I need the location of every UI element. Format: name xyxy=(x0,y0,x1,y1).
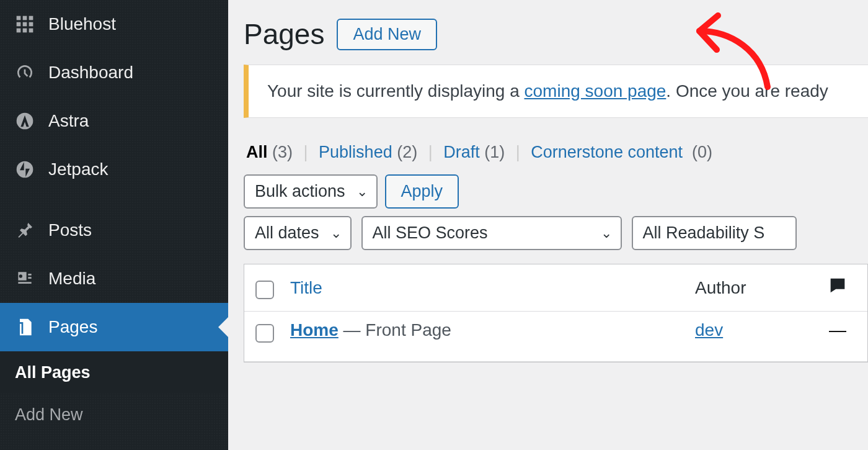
sidebar-item-label: Posts xyxy=(48,220,92,240)
svg-rect-4 xyxy=(23,22,27,27)
coming-soon-notice: Your site is currently displaying a comi… xyxy=(244,65,868,118)
sidebar-item-label: Astra xyxy=(48,111,89,131)
column-author: Author xyxy=(695,278,819,298)
sidebar-item-label: Bluehost xyxy=(48,14,116,34)
sidebar-item-bluehost[interactable]: Bluehost xyxy=(0,0,228,48)
row-comments-cell: — xyxy=(819,320,856,340)
filter-draft[interactable]: Draft xyxy=(443,143,480,161)
select-all-cell xyxy=(255,277,290,299)
sidebar-submenu-add-new[interactable]: Add New xyxy=(0,394,228,436)
page-heading-row: Pages Add New xyxy=(244,17,868,51)
sidebar-submenu-label: All Pages xyxy=(15,363,91,382)
sidebar-item-label: Jetpack xyxy=(48,160,108,179)
filter-all[interactable]: All (3) xyxy=(246,143,293,161)
page-title-link[interactable]: Home xyxy=(290,320,339,340)
row-author-cell: dev xyxy=(695,320,819,340)
seo-scores-filter-select[interactable]: All SEO Scores ⌄ xyxy=(361,216,622,250)
svg-rect-2 xyxy=(29,16,33,20)
select-all-checkbox[interactable] xyxy=(255,281,274,299)
dates-filter-select[interactable]: All dates ⌄ xyxy=(244,216,352,250)
row-title-cell: Home — Front Page xyxy=(290,320,695,340)
svg-rect-3 xyxy=(17,22,21,27)
sidebar-item-pages[interactable]: Pages xyxy=(0,303,228,351)
svg-rect-5 xyxy=(29,22,33,27)
sidebar-item-media[interactable]: Media xyxy=(0,254,228,303)
sidebar-item-astra[interactable]: Astra xyxy=(0,97,228,145)
coming-soon-link[interactable]: coming soon page xyxy=(525,81,666,101)
comment-icon xyxy=(827,281,848,300)
sidebar-item-label: Dashboard xyxy=(48,63,133,83)
readability-filter-select[interactable]: All Readability S xyxy=(632,216,797,250)
author-link[interactable]: dev xyxy=(695,320,723,340)
svg-rect-7 xyxy=(23,29,27,33)
sidebar-item-posts[interactable]: Posts xyxy=(0,206,228,254)
row-checkbox[interactable] xyxy=(255,324,274,343)
admin-sidebar: Bluehost Dashboard Astra Jetpack Posts M… xyxy=(0,0,228,450)
astra-icon xyxy=(12,111,37,131)
grid-icon xyxy=(12,14,37,34)
sidebar-spacer xyxy=(0,194,228,206)
svg-rect-8 xyxy=(29,29,33,33)
column-title[interactable]: Title xyxy=(290,278,695,298)
sidebar-item-label: Media xyxy=(48,269,95,289)
svg-rect-0 xyxy=(17,16,21,20)
pin-icon xyxy=(12,220,37,240)
filter-cornerstone[interactable]: Cornerstone content xyxy=(531,143,683,161)
post-status-filters: All (3) | Published (2) | Draft (1) | Co… xyxy=(244,143,868,162)
media-icon xyxy=(12,269,37,289)
chevron-down-icon: ⌄ xyxy=(356,184,368,200)
chevron-down-icon: ⌄ xyxy=(601,225,612,241)
bulk-action-row: Bulk actions ⌄ Apply xyxy=(244,174,868,209)
svg-point-10 xyxy=(17,161,33,178)
page-state-suffix: — Front Page xyxy=(339,320,451,340)
secondary-filters-row: All dates ⌄ All SEO Scores ⌄ All Readabi… xyxy=(244,216,868,250)
add-new-button[interactable]: Add New xyxy=(337,19,437,50)
bulk-actions-select[interactable]: Bulk actions ⌄ xyxy=(244,174,378,209)
sidebar-item-dashboard[interactable]: Dashboard xyxy=(0,48,228,97)
svg-rect-1 xyxy=(23,16,27,20)
page-title: Pages xyxy=(244,17,324,51)
sidebar-item-jetpack[interactable]: Jetpack xyxy=(0,145,228,194)
sidebar-submenu-all-pages[interactable]: All Pages xyxy=(0,351,228,394)
pages-icon xyxy=(12,317,37,337)
notice-suffix: . Once you are ready xyxy=(666,81,828,101)
notice-prefix: Your site is currently displaying a xyxy=(267,81,525,101)
apply-button[interactable]: Apply xyxy=(385,174,459,209)
filter-published[interactable]: Published xyxy=(319,143,392,161)
sidebar-submenu-label: Add New xyxy=(15,405,83,425)
table-row: Home — Front Page dev — xyxy=(244,312,867,362)
column-comments xyxy=(819,275,856,300)
chevron-down-icon: ⌄ xyxy=(330,225,342,241)
pages-table: Title Author Home — Front Page dev — xyxy=(244,264,868,362)
jetpack-icon xyxy=(12,160,37,179)
sidebar-item-label: Pages xyxy=(48,317,97,337)
content-area: Pages Add New Your site is currently dis… xyxy=(228,0,868,450)
svg-rect-6 xyxy=(17,29,21,33)
table-header: Title Author xyxy=(244,264,867,312)
row-select-cell xyxy=(255,320,290,343)
gauge-icon xyxy=(12,63,37,83)
